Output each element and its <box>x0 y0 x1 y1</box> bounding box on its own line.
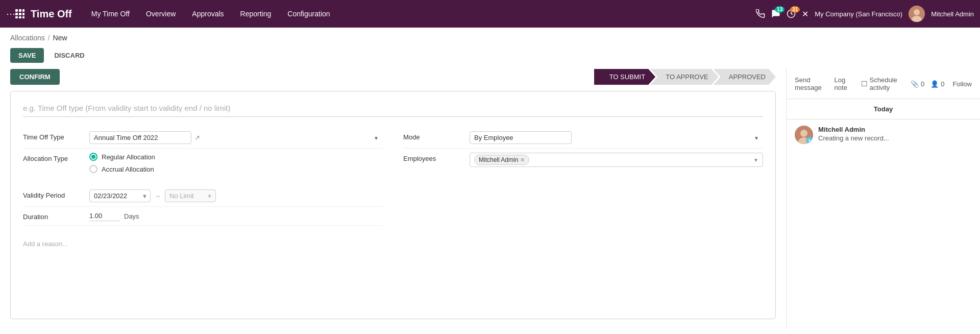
chatter-author: Mitchell Admin <box>818 126 972 133</box>
save-button[interactable]: SAVE <box>10 48 44 63</box>
follower-icon: 👤 <box>930 80 939 88</box>
svg-rect-1 <box>19 9 21 12</box>
duration-input[interactable] <box>89 211 120 221</box>
duration-unit: Days <box>124 212 139 220</box>
radio-regular-dot <box>89 153 97 161</box>
allocation-type-field: Regular Allocation Accrual Allocation <box>89 153 383 173</box>
company-name: My Company (San Francisco) <box>815 10 902 18</box>
allocation-type-group: Allocation Type Regular Allocation <box>23 149 383 177</box>
breadcrumb-parent[interactable]: Allocations <box>10 34 45 42</box>
select-arrow-icon: ▼ <box>374 135 379 140</box>
attachment-count: 0 <box>921 80 924 88</box>
chatter-msg-content: Mitchell Admin Creating a new record... <box>818 126 972 144</box>
nav-reporting[interactable]: Reporting <box>233 7 279 21</box>
title-input[interactable] <box>23 102 763 117</box>
send-message-button[interactable]: Send message <box>795 74 826 93</box>
breadcrumb: Allocations / New <box>0 28 980 45</box>
radio-accrual-dot <box>89 165 97 173</box>
calendar-icon: ▼ <box>142 193 148 199</box>
date-end-placeholder: No Limit ▼ <box>165 189 216 202</box>
close-icon[interactable]: ✕ <box>802 9 808 19</box>
radio-accrual[interactable]: Accrual Allocation <box>89 165 383 173</box>
chat-badge: 13 <box>775 6 785 13</box>
left-panel: CONFIRM TO SUBMIT TO APPROVE APPROVED <box>0 69 786 329</box>
confirm-button[interactable]: CONFIRM <box>10 69 60 85</box>
svg-point-14 <box>800 130 807 137</box>
date-arrow-icon: → <box>155 193 161 200</box>
mode-select-arrow: ▼ <box>754 135 759 140</box>
chat-icon[interactable]: 13 <box>771 9 780 18</box>
time-off-type-select[interactable]: Annual Time Off 2022 <box>89 131 191 144</box>
form-card: Time Off Type Annual Time Off 2022 ▼ ↗ <box>10 91 776 319</box>
time-off-type-label: Time Off Type <box>23 131 89 141</box>
workflow-step-approved[interactable]: APPROVED <box>714 69 776 85</box>
validity-period-field: ▼ → No Limit ▼ <box>89 189 383 202</box>
allocation-type-label: Allocation Type <box>23 153 89 162</box>
status-bar: CONFIRM TO SUBMIT TO APPROVE APPROVED <box>0 69 786 91</box>
svg-point-11 <box>914 9 920 15</box>
chatter-body: Today ✈ Mitchell Admin Creating a new re… <box>787 99 980 329</box>
allocation-radio-group: Regular Allocation Accrual Allocation <box>89 153 383 173</box>
external-link-icon[interactable]: ↗ <box>194 134 200 141</box>
workflow-step-to-approve[interactable]: TO APPROVE <box>650 69 719 85</box>
form-col-right: Mode By Employee ▼ <box>403 127 763 252</box>
duration-wrap: Days <box>89 211 383 221</box>
chatter-toolbar: Send message Log note ☐ Schedule activit… <box>787 69 980 99</box>
radio-regular-label: Regular Allocation <box>102 153 155 161</box>
workflow-steps: TO SUBMIT TO APPROVE APPROVED <box>594 69 776 85</box>
employees-group: Employees Mitchell Admin ✕ ▼ <box>403 149 763 171</box>
duration-label: Duration <box>23 211 89 221</box>
attachment-icon: 📎 <box>911 80 919 88</box>
workflow-step-to-submit[interactable]: TO SUBMIT <box>594 69 656 85</box>
log-note-button[interactable]: Log note <box>835 74 853 93</box>
follower-label[interactable]: 0 <box>941 80 944 88</box>
chatter-avatar: ✈ <box>795 126 813 144</box>
radio-regular[interactable]: Regular Allocation <box>89 153 383 161</box>
mode-select[interactable]: By Employee <box>470 131 572 144</box>
nav-overview[interactable]: Overview <box>139 7 183 21</box>
validity-period-label: Validity Period <box>23 189 89 199</box>
employees-label: Employees <box>403 153 470 162</box>
top-navigation: ⋯ Time Off My Time Off Overview Approval… <box>0 0 980 28</box>
chatter-counts: 📎 0 👤 0 <box>911 80 944 88</box>
timer-icon[interactable]: 31 <box>787 9 796 18</box>
breadcrumb-separator: / <box>48 34 50 42</box>
employee-tag-remove[interactable]: ✕ <box>520 157 525 163</box>
employees-field: Mitchell Admin ✕ ▼ <box>470 153 763 167</box>
time-off-type-field: Annual Time Off 2022 ▼ ↗ <box>89 131 383 144</box>
reason-input[interactable]: Add a reason... <box>23 232 383 252</box>
grid-icon[interactable]: ⋯ <box>6 8 24 19</box>
date-start-input[interactable] <box>89 189 151 202</box>
chatter-today: Today <box>787 99 980 120</box>
nav-approvals[interactable]: Approvals <box>185 7 231 21</box>
date-start-wrap: ▼ <box>89 189 151 202</box>
employees-tag-input[interactable]: Mitchell Admin ✕ ▼ <box>470 153 763 167</box>
validity-period-group: Validity Period ▼ → No Limit <box>23 185 383 207</box>
schedule-activity-button[interactable]: ☐ Schedule activity <box>861 74 902 93</box>
main-content: CONFIRM TO SUBMIT TO APPROVE APPROVED <box>0 69 980 329</box>
follow-button[interactable]: Follow <box>952 78 972 90</box>
time-off-type-group: Time Off Type Annual Time Off 2022 ▼ ↗ <box>23 127 383 149</box>
date-range: ▼ → No Limit ▼ <box>89 189 383 202</box>
mode-field: By Employee ▼ <box>470 131 763 144</box>
svg-rect-3 <box>15 13 18 15</box>
avatar-plane-icon: ✈ <box>806 137 813 144</box>
duration-field: Days <box>89 211 383 221</box>
radio-accrual-label: Accrual Allocation <box>102 165 154 173</box>
topbar-actions: 13 31 ✕ My Company (San Francisco) Mitch… <box>756 6 974 22</box>
user-avatar[interactable] <box>909 6 925 22</box>
schedule-icon: ☐ <box>861 80 868 88</box>
nav-my-time-off[interactable]: My Time Off <box>84 7 137 21</box>
form-col-left: Time Off Type Annual Time Off 2022 ▼ ↗ <box>23 127 383 252</box>
nav-configuration[interactable]: Configuration <box>280 7 337 21</box>
employees-dropdown-arrow: ▼ <box>753 157 758 163</box>
svg-rect-4 <box>19 13 21 15</box>
duration-group: Duration Days <box>23 207 383 226</box>
app-title: Time Off <box>31 8 72 20</box>
discard-button[interactable]: DISCARD <box>48 48 90 63</box>
svg-rect-6 <box>15 16 18 18</box>
svg-rect-5 <box>22 13 24 15</box>
phone-icon[interactable] <box>756 9 765 18</box>
svg-rect-7 <box>19 16 21 18</box>
username: Mitchell Admin <box>931 10 974 18</box>
